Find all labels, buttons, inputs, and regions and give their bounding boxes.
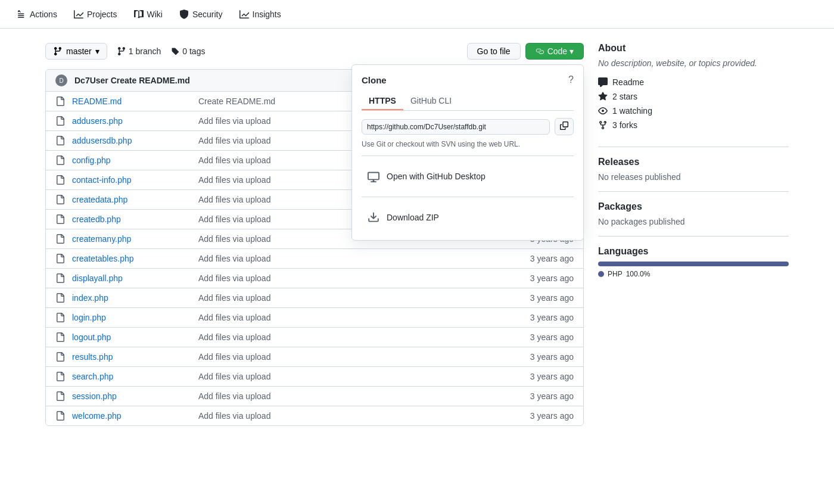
file-row[interactable]: results.php Add files via upload 3 years… bbox=[46, 347, 583, 367]
clone-help-icon[interactable]: ? bbox=[568, 74, 574, 85]
file-icon bbox=[55, 175, 65, 185]
packages-section: Packages No packages published bbox=[598, 201, 789, 226]
file-icon bbox=[55, 254, 65, 263]
file-icon bbox=[55, 195, 65, 204]
file-name[interactable]: createtables.php bbox=[72, 254, 191, 263]
clone-tab-https[interactable]: HTTPS bbox=[362, 92, 403, 110]
file-name[interactable]: results.php bbox=[72, 352, 191, 362]
file-name[interactable]: login.php bbox=[72, 313, 191, 322]
commit-info: Dc7User Create README.md bbox=[74, 76, 190, 85]
file-commit: Add files via upload bbox=[198, 352, 523, 362]
file-icon bbox=[55, 97, 65, 106]
desktop-icon bbox=[366, 169, 381, 183]
code-button[interactable]: Code ▾ bbox=[525, 43, 584, 60]
open-desktop-option[interactable]: Open with GitHub Desktop bbox=[362, 163, 574, 189]
file-row[interactable]: displayall.php Add files via upload 3 ye… bbox=[46, 269, 583, 288]
file-time: 3 years ago bbox=[530, 254, 574, 263]
clone-header: Clone ? bbox=[362, 74, 574, 85]
clone-dropdown: Clone ? HTTPS GitHub CLI bbox=[351, 64, 584, 241]
nav-insights[interactable]: Insights bbox=[232, 5, 288, 24]
languages-title: Languages bbox=[598, 246, 789, 257]
file-name[interactable]: createdb.php bbox=[72, 214, 191, 224]
stars-link[interactable]: 2 stars bbox=[598, 89, 789, 104]
file-time: 3 years ago bbox=[530, 372, 574, 381]
file-name[interactable]: logout.php bbox=[72, 332, 191, 342]
file-commit: Add files via upload bbox=[198, 254, 523, 263]
file-name[interactable]: addusers.php bbox=[72, 116, 191, 126]
file-row[interactable]: logout.php Add files via upload 3 years … bbox=[46, 328, 583, 347]
clone-url-row bbox=[362, 118, 574, 135]
file-name[interactable]: createmany.php bbox=[72, 234, 191, 244]
packages-title: Packages bbox=[598, 201, 789, 212]
branch-label: master bbox=[66, 46, 92, 56]
commit-message: Dc7User Create README.md bbox=[74, 76, 190, 85]
branch-count-icon bbox=[117, 46, 126, 56]
file-name[interactable]: search.php bbox=[72, 372, 191, 381]
watching-label: 1 watching bbox=[612, 106, 652, 116]
file-name[interactable]: createdata.php bbox=[72, 195, 191, 204]
code-btn-wrapper: Code ▾ Clone ? HTTPS G bbox=[525, 43, 584, 60]
clone-tab-cli[interactable]: GitHub CLI bbox=[403, 92, 459, 110]
file-time: 3 years ago bbox=[530, 332, 574, 342]
file-time: 3 years ago bbox=[530, 352, 574, 362]
download-zip-option[interactable]: Download ZIP bbox=[362, 204, 574, 231]
file-name[interactable]: config.php bbox=[72, 155, 191, 165]
file-icon bbox=[55, 234, 65, 244]
file-time: 3 years ago bbox=[530, 313, 574, 322]
about-desc: No description, website, or topics provi… bbox=[598, 58, 789, 68]
security-icon bbox=[179, 10, 189, 19]
file-row[interactable]: login.php Add files via upload 3 years a… bbox=[46, 308, 583, 328]
file-icon bbox=[55, 313, 65, 322]
file-icon bbox=[55, 352, 65, 362]
releases-desc: No releases published bbox=[598, 172, 789, 182]
file-time: 3 years ago bbox=[530, 391, 574, 401]
file-commit: Add files via upload bbox=[198, 411, 523, 421]
nav-actions[interactable]: Actions bbox=[10, 5, 64, 24]
clone-divider bbox=[362, 155, 574, 156]
clone-divider-2 bbox=[362, 197, 574, 197]
main-container: master ▾ 1 branch 0 tags bbox=[36, 29, 798, 440]
sidebar-divider-1 bbox=[598, 147, 789, 147]
toolbar: master ▾ 1 branch 0 tags bbox=[45, 43, 584, 60]
clone-tabs: HTTPS GitHub CLI bbox=[362, 92, 574, 111]
go-to-file-button[interactable]: Go to file bbox=[467, 43, 521, 60]
branch-selector[interactable]: master ▾ bbox=[45, 43, 107, 60]
watching-link[interactable]: 1 watching bbox=[598, 104, 789, 118]
lang-dot-php bbox=[598, 271, 604, 277]
file-row[interactable]: welcome.php Add files via upload 3 years… bbox=[46, 406, 583, 425]
nav-projects[interactable]: Projects bbox=[67, 5, 125, 24]
lang-bar bbox=[598, 262, 789, 266]
file-name[interactable]: index.php bbox=[72, 293, 191, 303]
open-desktop-label: Open with GitHub Desktop bbox=[387, 172, 486, 181]
file-commit: Add files via upload bbox=[198, 293, 523, 303]
readme-link[interactable]: Readme bbox=[598, 75, 789, 89]
file-commit: Add files via upload bbox=[198, 372, 523, 381]
file-row[interactable]: search.php Add files via upload 3 years … bbox=[46, 367, 583, 387]
file-row[interactable]: session.php Add files via upload 3 years… bbox=[46, 387, 583, 406]
file-name[interactable]: session.php bbox=[72, 391, 191, 401]
forks-link[interactable]: 3 forks bbox=[598, 118, 789, 132]
file-name[interactable]: welcome.php bbox=[72, 411, 191, 421]
file-name[interactable]: addusersdb.php bbox=[72, 136, 191, 145]
file-icon bbox=[55, 391, 65, 401]
sidebar-divider-2 bbox=[598, 191, 789, 192]
file-name[interactable]: README.md bbox=[72, 97, 191, 106]
file-row[interactable]: index.php Add files via upload 3 years a… bbox=[46, 288, 583, 308]
branch-count-link[interactable]: 1 branch bbox=[117, 46, 161, 56]
releases-section: Releases No releases published bbox=[598, 157, 789, 182]
nav-wiki[interactable]: Wiki bbox=[127, 5, 170, 24]
file-commit: Add files via upload bbox=[198, 273, 523, 283]
tag-count-link[interactable]: 0 tags bbox=[170, 46, 205, 56]
nav-security[interactable]: Security bbox=[172, 5, 230, 24]
file-commit: Add files via upload bbox=[198, 332, 523, 342]
file-row[interactable]: createtables.php Add files via upload 3 … bbox=[46, 249, 583, 269]
star-icon bbox=[598, 92, 608, 101]
projects-icon bbox=[74, 10, 83, 19]
clone-url-input[interactable] bbox=[362, 119, 550, 135]
file-name[interactable]: displayall.php bbox=[72, 273, 191, 283]
copy-url-button[interactable] bbox=[555, 118, 574, 135]
code-btn-label: Code ▾ bbox=[547, 46, 574, 56]
file-name[interactable]: contact-info.php bbox=[72, 175, 191, 185]
file-icon bbox=[55, 273, 65, 283]
about-title: About bbox=[598, 43, 789, 54]
